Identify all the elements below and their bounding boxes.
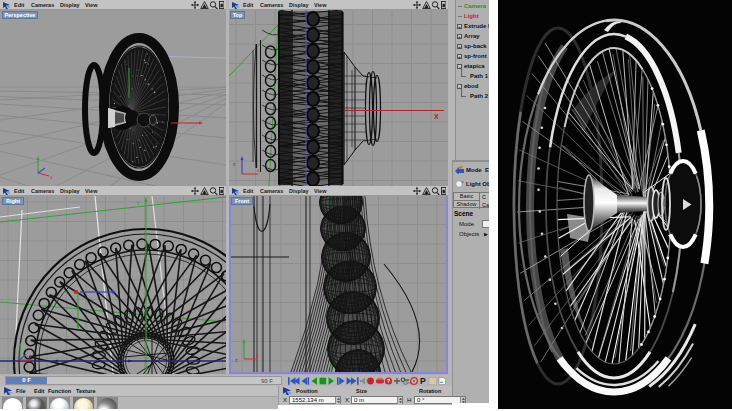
svg-text:z: z — [235, 357, 238, 363]
svg-text:P: P — [420, 376, 426, 386]
svg-text:X: X — [434, 113, 439, 120]
svg-text:Y: Y — [136, 200, 140, 206]
svg-text:x: x — [257, 167, 260, 173]
svg-text:x: x — [50, 174, 53, 180]
svg-text:x: x — [256, 352, 259, 358]
